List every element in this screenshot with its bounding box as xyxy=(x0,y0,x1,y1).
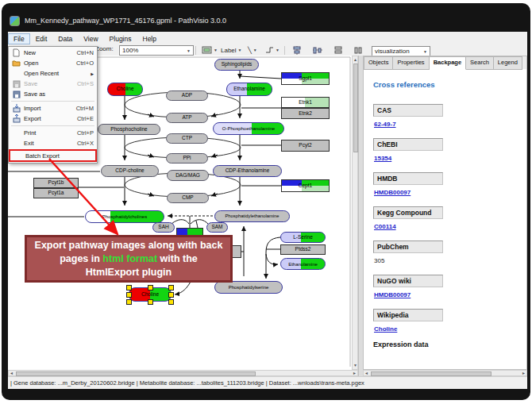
node-adp[interactable]: ADP xyxy=(166,90,208,101)
node-dag[interactable]: DAG/MAG xyxy=(167,170,209,181)
menu-file[interactable]: File xyxy=(8,33,30,44)
chevron-down-icon: ▼ xyxy=(238,48,242,52)
node-phosphatidylcholines[interactable]: Phosphatidylcholines xyxy=(85,210,164,223)
resize-handle[interactable] xyxy=(126,285,132,290)
new-datanode-dropdown[interactable]: ▼ xyxy=(200,45,219,55)
node-ethanolamine-top[interactable]: Ethanolamine xyxy=(226,83,272,96)
scroll-left-icon[interactable]: ◄ xyxy=(364,371,368,376)
resize-handle[interactable] xyxy=(168,299,174,305)
node-etnk2[interactable]: Etnk2 xyxy=(281,108,330,119)
file-menu-exit[interactable]: ExitCtrl+X xyxy=(9,138,97,148)
new-line-dropdown[interactable]: ╲ ▼ xyxy=(246,45,259,55)
pathvisio-app-icon xyxy=(10,16,20,26)
selected-node-group[interactable]: Choline xyxy=(126,285,174,304)
node-cdp-choline[interactable]: CDP-choline xyxy=(101,165,159,177)
xref-link[interactable]: HMDB00097 xyxy=(374,189,411,196)
menu-plugins[interactable]: Plugins xyxy=(104,33,137,44)
file-menu-open-recent[interactable]: Open Recent ▶ xyxy=(9,68,97,79)
node-sphingolipids[interactable]: Sphingolipids xyxy=(214,59,259,71)
tab-search[interactable]: Search xyxy=(466,56,494,70)
node-ppi[interactable]: PPi xyxy=(166,153,208,164)
file-menu-import[interactable]: ImportCtrl+M xyxy=(9,103,97,114)
chevron-down-icon[interactable]: ▼ xyxy=(187,48,191,53)
xref-link[interactable]: 62-49-7 xyxy=(374,121,396,128)
node-choline-top[interactable]: Choline xyxy=(107,83,143,96)
new-connector-dropdown[interactable]: ▼ xyxy=(264,45,281,55)
node-cept1[interactable]: Cept1 xyxy=(281,179,330,192)
scroll-down-icon[interactable]: ▼ xyxy=(353,363,357,368)
line-icon: ╲ xyxy=(248,47,252,54)
xref-link[interactable]: 15354 xyxy=(374,155,391,162)
file-menu-open[interactable]: OpenCtrl+O xyxy=(9,58,97,68)
node-etnk1[interactable]: Etnk1 xyxy=(281,97,330,108)
stack-vertical-button[interactable] xyxy=(332,45,345,55)
resize-handle[interactable] xyxy=(148,285,153,290)
menu-view[interactable]: View xyxy=(78,33,103,44)
zoom-combobox[interactable]: 100% ▼ xyxy=(119,45,194,56)
node-phosphatidylethanolamine[interactable]: Phosphatidylethanolamine xyxy=(214,210,290,222)
canvas-horizontal-scrollbar[interactable]: ◄ ► xyxy=(8,370,358,376)
file-menu-print[interactable]: PrintCtrl+P xyxy=(9,128,97,138)
node-o-phosphoethanolamine[interactable]: O-Phosphoethanolamine xyxy=(213,122,284,135)
tab-properties[interactable]: Properties xyxy=(393,56,429,70)
xref-link[interactable]: Choline xyxy=(374,325,397,333)
node-cmp[interactable]: CMP xyxy=(167,193,209,203)
tab-objects[interactable]: Objects xyxy=(364,56,393,70)
menu-data[interactable]: Data xyxy=(52,33,78,44)
new-label-dropdown[interactable]: Label ▼ xyxy=(219,45,244,55)
file-menu-new[interactable]: NewCtrl+N xyxy=(9,48,97,58)
node-sgpl1[interactable]: Sgpl1 xyxy=(281,72,330,85)
resize-handle[interactable] xyxy=(148,299,153,305)
node-pcyt1a[interactable]: Pcyt1a xyxy=(33,188,79,198)
node-pcyt2[interactable]: Pcyt2 xyxy=(281,140,330,152)
xref-title: PubChem xyxy=(373,240,443,253)
resize-handle[interactable] xyxy=(168,292,174,298)
align-center-y-button[interactable] xyxy=(311,45,324,55)
node-atp[interactable]: ATP xyxy=(166,113,208,123)
resize-handle[interactable] xyxy=(126,299,132,305)
chevron-down-icon[interactable]: ▼ xyxy=(423,49,427,54)
scroll-up-icon[interactable]: ▲ xyxy=(353,57,357,63)
chevron-down-icon: ▼ xyxy=(214,48,218,52)
node-ptdss2[interactable]: Ptdss2 xyxy=(280,244,326,255)
connector-icon xyxy=(265,46,274,54)
node-sah[interactable]: SAH xyxy=(152,222,175,233)
node-phosphatidylserine[interactable]: Phosphatidylserine xyxy=(214,281,283,294)
file-menu-export[interactable]: ExportCtrl+E xyxy=(9,114,97,124)
side-panel-tabs: Objects Properties Backpage Search Legen… xyxy=(364,56,526,69)
node-ctp[interactable]: CTP xyxy=(166,133,208,144)
scroll-right-icon[interactable]: ► xyxy=(522,371,526,376)
file-menu-save[interactable]: SaveCtrl+S xyxy=(9,79,97,89)
tab-legend[interactable]: Legend xyxy=(494,56,522,70)
scroll-left-icon[interactable]: ◄ xyxy=(10,371,13,376)
xref-section-wikipedia: Wikipedia Choline xyxy=(373,306,526,333)
annotation-line2-post: with the xyxy=(157,253,198,264)
panel-horizontal-scrollbar[interactable]: ◄ ► xyxy=(363,370,527,376)
tab-backpage[interactable]: Backpage xyxy=(430,56,466,70)
xref-section-hmdb: HMDB HMDB00097 xyxy=(373,170,526,196)
scroll-right-icon[interactable]: ► xyxy=(353,371,357,376)
canvas-vertical-scrollbar[interactable]: ▲ ▼ xyxy=(352,56,358,370)
xref-section-kegg: Kegg Compound C00114 xyxy=(373,204,526,230)
open-folder-icon xyxy=(12,59,21,67)
node-cdp-ethanolamine[interactable]: CDP-Ethanolamine xyxy=(213,165,282,177)
resize-handle[interactable] xyxy=(126,292,132,298)
menu-edit[interactable]: Edit xyxy=(30,33,53,44)
file-menu-save-as[interactable]: Save as xyxy=(9,89,97,99)
resize-handle[interactable] xyxy=(168,285,174,290)
node-pcyt1b[interactable]: Pcyt1b xyxy=(33,178,79,188)
xref-link[interactable]: C00114 xyxy=(374,223,396,230)
status-text: | Gene database: ...m_Derby_20120602.bri… xyxy=(10,379,364,387)
xref-link[interactable]: HMDB00097 xyxy=(374,291,411,298)
node-phosphocholine[interactable]: Phosphocholine xyxy=(98,124,160,135)
node-l-serine[interactable]: L-Serine xyxy=(280,232,326,243)
stack-horizontal-button[interactable] xyxy=(353,45,365,55)
align-center-x-button[interactable] xyxy=(291,45,303,55)
file-menu-batch-export[interactable]: Batch Export xyxy=(9,149,97,162)
node-ethanolamine-bottom[interactable]: Ethanolamine xyxy=(280,258,326,270)
menu-help[interactable]: Help xyxy=(137,33,162,44)
node-sam[interactable]: SAM xyxy=(206,222,228,233)
new-document-icon xyxy=(12,48,21,57)
align-center-y-icon xyxy=(313,46,322,55)
xref-section-nugo: NuGO wiki HMDB00097 xyxy=(373,272,526,298)
